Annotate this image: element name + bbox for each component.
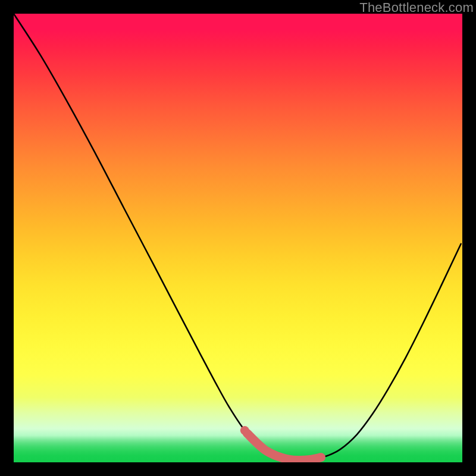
bottleneck-curve-path [14, 14, 461, 461]
chart-stage: TheBottleneck.com [0, 0, 476, 476]
watermark-label: TheBottleneck.com [359, 0, 474, 15]
chart-plot-area [14, 14, 462, 462]
bottleneck-highlight-path [247, 433, 321, 461]
chart-curve-layer [14, 14, 462, 462]
